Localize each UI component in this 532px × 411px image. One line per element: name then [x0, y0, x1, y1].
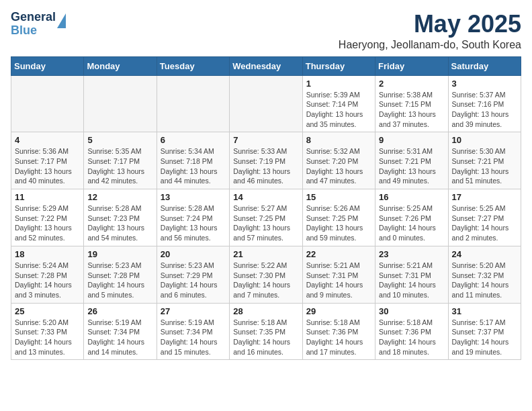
- calendar-cell: 10Sunrise: 5:30 AM Sunset: 7:21 PM Dayli…: [448, 132, 521, 189]
- day-number: 16: [379, 192, 444, 202]
- weekday-header-saturday: Saturday: [448, 56, 521, 75]
- day-number: 8: [306, 135, 371, 145]
- day-info: Sunrise: 5:20 AM Sunset: 7:32 PM Dayligh…: [452, 261, 517, 300]
- day-info: Sunrise: 5:18 AM Sunset: 7:36 PM Dayligh…: [306, 318, 371, 357]
- day-number: 15: [306, 192, 371, 202]
- calendar-cell: 16Sunrise: 5:25 AM Sunset: 7:26 PM Dayli…: [375, 189, 448, 246]
- calendar-cell: 13Sunrise: 5:28 AM Sunset: 7:24 PM Dayli…: [157, 189, 229, 246]
- day-info: Sunrise: 5:18 AM Sunset: 7:35 PM Dayligh…: [233, 318, 298, 357]
- calendar-cell: 21Sunrise: 5:22 AM Sunset: 7:30 PM Dayli…: [230, 246, 302, 303]
- calendar-cell: 2Sunrise: 5:38 AM Sunset: 7:15 PM Daylig…: [375, 75, 448, 132]
- day-info: Sunrise: 5:38 AM Sunset: 7:15 PM Dayligh…: [379, 90, 444, 130]
- weekday-header-sunday: Sunday: [11, 56, 84, 75]
- calendar-week-row: 4Sunrise: 5:36 AM Sunset: 7:17 PM Daylig…: [11, 132, 521, 189]
- calendar-cell: 25Sunrise: 5:20 AM Sunset: 7:33 PM Dayli…: [11, 303, 84, 360]
- logo-line2: Blue: [11, 24, 56, 38]
- calendar-cell: 22Sunrise: 5:21 AM Sunset: 7:31 PM Dayli…: [302, 246, 375, 303]
- day-number: 26: [87, 306, 152, 316]
- logo: General Blue: [11, 11, 66, 38]
- day-info: Sunrise: 5:35 AM Sunset: 7:17 PM Dayligh…: [87, 146, 152, 186]
- calendar-cell: 23Sunrise: 5:21 AM Sunset: 7:31 PM Dayli…: [375, 246, 448, 303]
- day-number: 6: [161, 135, 226, 145]
- calendar-cell: [11, 75, 84, 132]
- day-info: Sunrise: 5:24 AM Sunset: 7:28 PM Dayligh…: [15, 261, 80, 300]
- day-number: 9: [379, 135, 444, 145]
- calendar-cell: 24Sunrise: 5:20 AM Sunset: 7:32 PM Dayli…: [448, 246, 521, 303]
- calendar-cell: 3Sunrise: 5:37 AM Sunset: 7:16 PM Daylig…: [448, 75, 521, 132]
- calendar-table: SundayMondayTuesdayWednesdayThursdayFrid…: [11, 56, 521, 361]
- title-block: May 2025 Haeryong, Jeollanam-do, South K…: [339, 11, 521, 51]
- day-number: 12: [87, 192, 152, 202]
- calendar-title: May 2025: [339, 11, 521, 38]
- calendar-cell: 28Sunrise: 5:18 AM Sunset: 7:35 PM Dayli…: [230, 303, 302, 360]
- day-number: 2: [379, 79, 444, 89]
- day-number: 3: [452, 79, 517, 89]
- day-number: 4: [15, 135, 80, 145]
- calendar-cell: 17Sunrise: 5:25 AM Sunset: 7:27 PM Dayli…: [448, 189, 521, 246]
- day-number: 27: [161, 306, 226, 316]
- day-number: 13: [161, 192, 226, 202]
- day-number: 22: [306, 249, 371, 259]
- calendar-cell: 27Sunrise: 5:19 AM Sunset: 7:34 PM Dayli…: [157, 303, 229, 360]
- day-number: 17: [452, 192, 517, 202]
- day-number: 18: [15, 249, 80, 259]
- day-info: Sunrise: 5:20 AM Sunset: 7:33 PM Dayligh…: [15, 318, 80, 357]
- calendar-cell: 9Sunrise: 5:31 AM Sunset: 7:21 PM Daylig…: [375, 132, 448, 189]
- calendar-cell: 15Sunrise: 5:26 AM Sunset: 7:25 PM Dayli…: [302, 189, 375, 246]
- calendar-cell: 29Sunrise: 5:18 AM Sunset: 7:36 PM Dayli…: [302, 303, 375, 360]
- day-info: Sunrise: 5:29 AM Sunset: 7:22 PM Dayligh…: [15, 203, 80, 243]
- day-info: Sunrise: 5:17 AM Sunset: 7:37 PM Dayligh…: [452, 318, 517, 357]
- calendar-cell: 8Sunrise: 5:32 AM Sunset: 7:20 PM Daylig…: [302, 132, 375, 189]
- calendar-cell: 14Sunrise: 5:27 AM Sunset: 7:25 PM Dayli…: [230, 189, 302, 246]
- calendar-cell: 20Sunrise: 5:23 AM Sunset: 7:29 PM Dayli…: [157, 246, 229, 303]
- calendar-location: Haeryong, Jeollanam-do, South Korea: [339, 39, 521, 51]
- calendar-cell: [84, 75, 157, 132]
- day-info: Sunrise: 5:34 AM Sunset: 7:18 PM Dayligh…: [161, 146, 226, 186]
- calendar-cell: 5Sunrise: 5:35 AM Sunset: 7:17 PM Daylig…: [84, 132, 157, 189]
- calendar-cell: 7Sunrise: 5:33 AM Sunset: 7:19 PM Daylig…: [230, 132, 302, 189]
- weekday-header-friday: Friday: [375, 56, 448, 75]
- calendar-week-row: 18Sunrise: 5:24 AM Sunset: 7:28 PM Dayli…: [11, 246, 521, 303]
- day-number: 24: [452, 249, 517, 259]
- day-info: Sunrise: 5:30 AM Sunset: 7:21 PM Dayligh…: [452, 146, 517, 186]
- day-number: 11: [15, 192, 80, 202]
- day-number: 30: [379, 306, 444, 316]
- calendar-cell: 1Sunrise: 5:39 AM Sunset: 7:14 PM Daylig…: [302, 75, 375, 132]
- day-info: Sunrise: 5:33 AM Sunset: 7:19 PM Dayligh…: [233, 146, 298, 186]
- day-number: 10: [452, 135, 517, 145]
- day-number: 29: [306, 306, 371, 316]
- day-number: 19: [87, 249, 152, 259]
- calendar-week-row: 1Sunrise: 5:39 AM Sunset: 7:14 PM Daylig…: [11, 75, 521, 132]
- calendar-cell: 18Sunrise: 5:24 AM Sunset: 7:28 PM Dayli…: [11, 246, 84, 303]
- day-number: 21: [233, 249, 298, 259]
- day-info: Sunrise: 5:23 AM Sunset: 7:29 PM Dayligh…: [161, 261, 226, 300]
- day-info: Sunrise: 5:31 AM Sunset: 7:21 PM Dayligh…: [379, 146, 444, 186]
- weekday-header-thursday: Thursday: [302, 56, 375, 75]
- day-number: 20: [161, 249, 226, 259]
- calendar-week-row: 11Sunrise: 5:29 AM Sunset: 7:22 PM Dayli…: [11, 189, 521, 246]
- calendar-cell: [157, 75, 229, 132]
- day-number: 14: [233, 192, 298, 202]
- day-info: Sunrise: 5:27 AM Sunset: 7:25 PM Dayligh…: [233, 203, 298, 243]
- day-number: 23: [379, 249, 444, 259]
- calendar-cell: 26Sunrise: 5:19 AM Sunset: 7:34 PM Dayli…: [84, 303, 157, 360]
- calendar-cell: 30Sunrise: 5:18 AM Sunset: 7:36 PM Dayli…: [375, 303, 448, 360]
- day-info: Sunrise: 5:22 AM Sunset: 7:30 PM Dayligh…: [233, 261, 298, 300]
- day-info: Sunrise: 5:23 AM Sunset: 7:28 PM Dayligh…: [87, 261, 152, 300]
- logo-line1: General: [11, 11, 56, 24]
- weekday-header-tuesday: Tuesday: [157, 56, 229, 75]
- day-info: Sunrise: 5:37 AM Sunset: 7:16 PM Dayligh…: [452, 90, 517, 130]
- day-number: 31: [452, 306, 517, 316]
- day-number: 5: [87, 135, 152, 145]
- day-info: Sunrise: 5:18 AM Sunset: 7:36 PM Dayligh…: [379, 318, 444, 357]
- day-info: Sunrise: 5:26 AM Sunset: 7:25 PM Dayligh…: [306, 203, 371, 243]
- calendar-header-row: SundayMondayTuesdayWednesdayThursdayFrid…: [11, 56, 521, 75]
- day-info: Sunrise: 5:21 AM Sunset: 7:31 PM Dayligh…: [379, 261, 444, 300]
- weekday-header-monday: Monday: [84, 56, 157, 75]
- day-info: Sunrise: 5:25 AM Sunset: 7:27 PM Dayligh…: [452, 203, 517, 243]
- day-info: Sunrise: 5:36 AM Sunset: 7:17 PM Dayligh…: [15, 146, 80, 186]
- day-info: Sunrise: 5:32 AM Sunset: 7:20 PM Dayligh…: [306, 146, 371, 186]
- day-info: Sunrise: 5:28 AM Sunset: 7:23 PM Dayligh…: [87, 203, 152, 243]
- weekday-header-wednesday: Wednesday: [230, 56, 302, 75]
- calendar-week-row: 25Sunrise: 5:20 AM Sunset: 7:33 PM Dayli…: [11, 303, 521, 360]
